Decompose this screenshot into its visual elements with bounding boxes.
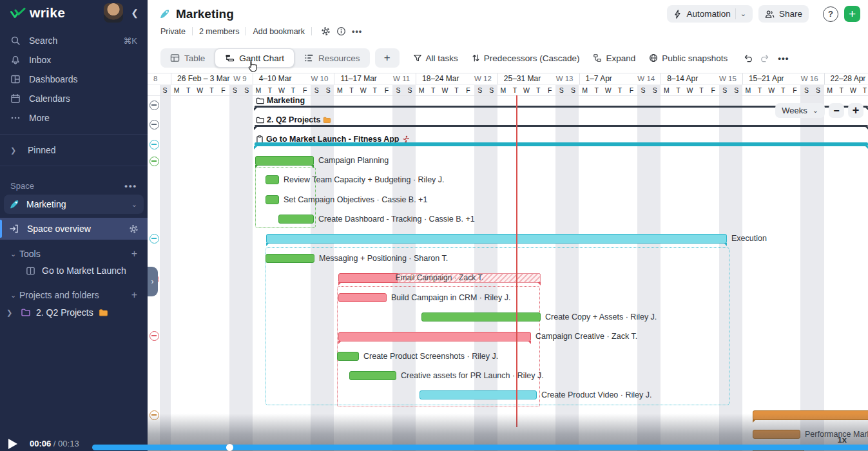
redo-button[interactable] [760,53,770,62]
zoom-out-button[interactable]: − [829,103,844,118]
share-button[interactable]: Share [758,5,809,23]
gantt-summary-bar[interactable]: Email Campaign · Zack T. [338,273,541,283]
sidebar-item-q2-projects[interactable]: ❯ 2. Q2 Projects [0,303,148,322]
sidebar-item-space-overview[interactable]: Space overview [0,218,148,240]
create-button[interactable]: + [844,6,860,22]
gantt-task-bar[interactable] [265,195,279,204]
add-view-button[interactable]: + [375,48,400,68]
members-label[interactable]: 2 members [199,27,240,36]
collapse-circle-button[interactable] [149,331,159,341]
timeline-day: F [466,86,470,94]
timeline-week[interactable]: 11–17 MarW 11 [334,73,416,84]
space-selector[interactable]: Marketing ⌄ [4,195,144,214]
timeline-day: T [676,86,680,94]
add-project-icon[interactable]: + [131,289,137,301]
collapse-circle-button[interactable] [149,101,159,110]
selection-rect [337,286,540,407]
table-view-icon [170,53,180,62]
privacy-label[interactable]: Private [160,27,186,36]
space-section-header: Space ••• [0,178,148,193]
rocket-icon [160,9,171,19]
timeline-week[interactable]: 26 Feb – 3 MarW 9 [171,73,253,84]
gear-icon[interactable] [129,224,139,234]
collapse-circle-button[interactable] [149,157,159,166]
space-menu-icon[interactable]: ••• [124,181,137,191]
gantt-group-bar[interactable] [255,142,868,146]
add-bookmark-link[interactable]: Add bookmark [253,27,305,36]
user-avatar[interactable] [104,3,123,23]
timeline-day: W [523,86,530,94]
filter-control[interactable]: All tasks [413,53,458,63]
timeline-week[interactable]: 25–31 MarW 13 [497,73,579,84]
chevron-down-icon[interactable]: ⌄ [740,10,746,18]
undo-button[interactable] [743,53,753,62]
collapse-circle-button[interactable] [149,140,159,149]
gantt-task-label: Create Copy + Assets · Riley J. [545,312,657,322]
sidebar-item-search[interactable]: Search ⌘K [0,31,148,50]
sidebar-item-calendars[interactable]: Calendars [0,89,148,108]
timeline-week[interactable]: 8–14 AprW 15 [661,73,742,84]
play-icon[interactable] [8,439,17,449]
progress-bar[interactable] [92,445,868,450]
tools-section-header[interactable]: ⌄ Tools + [0,246,148,262]
projects-section-header[interactable]: ⌄ Projects and folders + [0,287,148,303]
timeline-week[interactable]: 22–28 AprW 17 [824,73,868,84]
gantt-group-label[interactable]: Marketing [256,96,305,106]
gantt-task-bar[interactable] [349,371,396,380]
sidebar-item-inbox[interactable]: Inbox [0,50,148,70]
help-button[interactable]: ? [823,6,838,22]
gantt-task-bar[interactable] [278,215,314,224]
playback-speed[interactable]: 1x [838,435,847,445]
folder-icon [256,116,264,124]
collapse-circle-button[interactable] [149,120,159,130]
gantt-task-bar[interactable] [338,293,387,302]
timeline-week[interactable]: 4–10 MarW 10 [253,73,334,84]
gantt-group-bar[interactable] [255,125,868,127]
timeline-day: S [816,86,820,94]
gantt-task-bar[interactable] [420,390,537,399]
gantt-group-label[interactable]: 2. Q2 Projects [256,115,331,125]
zoom-in-button[interactable]: + [848,103,863,118]
chevron-right-icon: ❯ [10,146,19,155]
timeline-day: S [804,86,809,94]
timeline-day: F [548,86,552,94]
sidebar-item-pinned[interactable]: ❯ Pinned [0,141,148,159]
gantt-task-label: Email Campaign · Zack T. [339,274,540,282]
automation-button[interactable]: Automation ⌄ [667,5,753,23]
collapse-circle-button[interactable] [149,234,159,244]
timeline-day: S [326,86,331,94]
sidebar-item-dashboards[interactable]: Dashboards [0,70,148,89]
gantt-task-bar[interactable] [265,175,279,184]
progress-handle[interactable] [226,444,233,451]
timeline-week[interactable]: 18–24 MarW 12 [416,73,497,84]
info-icon[interactable] [336,26,346,36]
public-snapshots-control[interactable]: Public snapshots [649,53,728,63]
sidebar-item-go-to-market-launch[interactable]: Go to Market Launch [0,262,148,280]
gantt-summary-bar[interactable] [338,332,531,341]
tab-resources[interactable]: Resources [294,48,370,68]
chevron-down-icon: ⌄ [131,200,137,209]
sort-control[interactable]: Predecessors (Cascade) [472,53,580,63]
summary-hook [724,243,727,246]
gantt-task-bar[interactable] [421,312,541,321]
gantt-summary-bar[interactable] [266,234,727,244]
sidebar-collapse-icon[interactable]: ❮ [128,8,141,18]
gantt-summary-bar[interactable] [255,156,314,166]
timeline-week[interactable]: 15–21 AprW 16 [742,73,824,84]
gantt-task-label: Campaign Planning [318,156,389,166]
settings-gear-icon[interactable] [321,26,331,36]
wrike-logo[interactable]: wrike [10,5,99,21]
gantt-task-label: Messaging + Positioning · Sharon T. [319,254,448,264]
gantt-task-bar[interactable] [337,352,359,361]
add-tool-icon[interactable]: + [131,248,137,260]
tab-table[interactable]: Table [160,48,215,68]
timeline-day: S [162,86,167,94]
expand-control[interactable]: Expand [593,53,635,63]
toolbar-more-icon[interactable]: ••• [778,53,789,63]
timeline-week[interactable]: 1–7 AprW 14 [579,73,661,84]
panel-expand-handle[interactable]: › [147,267,158,296]
sidebar-item-more[interactable]: More [0,108,148,128]
gantt-task-bar[interactable] [265,254,314,263]
timescale-select[interactable]: Weeks ⌄ [775,103,825,118]
more-options-icon[interactable]: ••• [352,27,362,36]
